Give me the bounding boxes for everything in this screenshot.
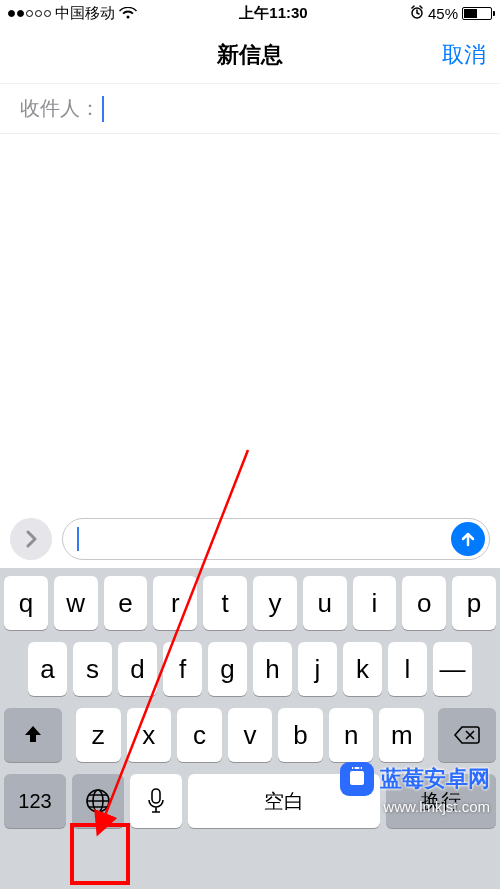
arrow-up-icon [459,530,477,548]
key-l[interactable]: l [388,642,427,696]
shift-icon [21,723,45,747]
alarm-icon [410,5,424,22]
microphone-icon [147,788,165,814]
battery-icon [462,7,492,20]
text-cursor [77,527,79,551]
key-i[interactable]: i [353,576,397,630]
send-button[interactable] [451,522,485,556]
nav-bar: 新信息 取消 [0,26,500,84]
dictation-key[interactable] [130,774,182,828]
key-k[interactable]: k [343,642,382,696]
backspace-key[interactable] [438,708,496,762]
signal-strength-icon [8,10,51,17]
keyboard-row-3: zxcvbnm [4,708,496,762]
key-g[interactable]: g [208,642,247,696]
key-p[interactable]: p [452,576,496,630]
carrier-label: 中国移动 [55,4,115,23]
key-b[interactable]: b [278,708,323,762]
svg-rect-3 [152,789,160,803]
key-x[interactable]: x [127,708,172,762]
key-w[interactable]: w [54,576,98,630]
key-h[interactable]: h [253,642,292,696]
key-t[interactable]: t [203,576,247,630]
keyboard-row-1: qwertyuiop [4,576,496,630]
message-input[interactable] [62,518,490,560]
key-r[interactable]: r [153,576,197,630]
shift-key[interactable] [4,708,62,762]
battery-percent: 45% [428,5,458,22]
key-d[interactable]: d [118,642,157,696]
key-c[interactable]: c [177,708,222,762]
message-body-area[interactable] [0,134,500,568]
page-title: 新信息 [217,40,283,70]
key-j[interactable]: j [298,642,337,696]
status-time: 上午11:30 [239,4,307,23]
cancel-button[interactable]: 取消 [442,40,486,70]
expand-apps-button[interactable] [10,518,52,560]
key-a[interactable]: a [28,642,67,696]
key-m[interactable]: m [379,708,424,762]
key-u[interactable]: u [303,576,347,630]
key-v[interactable]: v [228,708,273,762]
key-n[interactable]: n [329,708,374,762]
status-right: 45% [410,5,492,22]
recipient-field[interactable]: 收件人： [0,84,500,134]
keyboard: qwertyuiop asdfghjkl— zxcvbnm 123 空白 换行 [0,568,500,889]
key-o[interactable]: o [402,576,446,630]
key-z[interactable]: z [76,708,121,762]
backspace-icon [453,725,481,745]
key-e[interactable]: e [104,576,148,630]
key-f[interactable]: f [163,642,202,696]
keyboard-row-4: 123 空白 换行 [4,774,496,828]
chevron-right-icon [24,530,38,548]
key-q[interactable]: q [4,576,48,630]
return-key[interactable]: 换行 [386,774,496,828]
numbers-key[interactable]: 123 [4,774,66,828]
status-left: 中国移动 [8,4,137,23]
key-—[interactable]: — [433,642,472,696]
text-cursor [102,96,104,122]
status-bar: 中国移动 上午11:30 45% [0,0,500,26]
compose-row [0,508,500,568]
keyboard-row-3-letters: zxcvbnm [76,708,424,762]
key-s[interactable]: s [73,642,112,696]
globe-icon [84,787,112,815]
wifi-icon [119,7,137,20]
key-y[interactable]: y [253,576,297,630]
globe-key[interactable] [72,774,124,828]
keyboard-row-2: asdfghjkl— [4,642,496,696]
recipient-label: 收件人： [20,95,100,122]
space-key[interactable]: 空白 [188,774,380,828]
